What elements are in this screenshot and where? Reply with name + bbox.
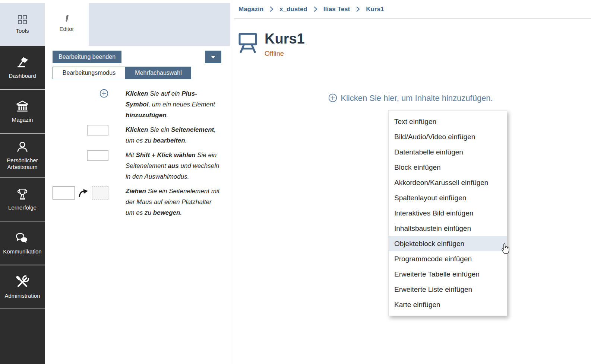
menu-item-spaltenlayout-einfügen[interactable]: Spaltenlayout einfügen: [389, 190, 507, 205]
instruction-text: Klicken Sie ein Seitenelement, um es zu …: [126, 124, 221, 146]
breadcrumb-link-kurs1[interactable]: Kurs1: [366, 6, 384, 13]
sidebar-filler: [0, 309, 45, 364]
app-root: Tools Dashboard Magazin Persönlicher Arb…: [0, 0, 591, 364]
instruction-row: Klicken Sie ein Seitenelement, um es zu …: [53, 124, 221, 146]
drop-placeholder-box: [92, 186, 108, 199]
editor-slate-panel: Editor Bearbeitung beenden Bearbeitungsm…: [45, 0, 230, 364]
breadcrumb-link-x-dusted[interactable]: x_dusted: [279, 6, 307, 13]
toggle-editing-mode[interactable]: Bearbeitungsmodus: [53, 67, 126, 79]
menu-item-interaktives-bild-einfügen[interactable]: Interaktives Bild einfügen: [389, 205, 507, 221]
breadcrumb: Magazinx_dustedIlias TestKurs1: [234, 0, 591, 19]
grid-icon: [17, 15, 28, 25]
plus-circle-icon: [99, 89, 108, 98]
menu-item-block-einfügen[interactable]: Block einfügen: [389, 160, 507, 175]
sidebar-item-label: Lernerfolge: [8, 204, 37, 211]
editing-instructions: Klicken Sie auf ein Plus-Symbol, um ein …: [53, 88, 221, 218]
instruction-text: Mit Shift + Klick wählen Sie ein Seitene…: [126, 150, 221, 182]
editor-tab-label: Editor: [59, 26, 74, 32]
sidebar-item-label: Magazin: [12, 116, 33, 123]
menu-item-karte-einfügen[interactable]: Karte einfügen: [389, 297, 507, 312]
sidebar-item-label: Administration: [4, 293, 40, 299]
chevron-right-icon: [356, 6, 360, 12]
menu-item-text-einfügen[interactable]: Text einfügen: [389, 114, 507, 129]
insert-content-menu-list: Text einfügenBild/Audio/Video einfügenDa…: [389, 114, 507, 312]
page-element-box: [87, 150, 108, 161]
sidebar-items: Dashboard Magazin Persönlicher Arbeitsra…: [0, 46, 45, 364]
breadcrumb-link-ilias-test[interactable]: Ilias Test: [323, 6, 350, 13]
menu-item-objekteblock-einfügen[interactable]: Objekteblock einfügen: [389, 236, 507, 251]
chevron-right-icon: [269, 6, 274, 12]
plus-circle-icon: [328, 93, 337, 102]
sidebar-item-label: Kommunikation: [3, 248, 41, 255]
sidebar-item-magazin[interactable]: Magazin: [0, 90, 45, 134]
instruction-text: Ziehen Sie ein Seitenelement mit der Mau…: [126, 186, 221, 218]
menu-item-erweiterte-tabelle-einfügen[interactable]: Erweiterte Tabelle einfügen: [389, 266, 507, 282]
sidebar-item-lernerfolge[interactable]: Lernerfolge: [0, 178, 45, 221]
lamp-icon: [15, 55, 29, 70]
chevron-right-icon: [313, 6, 317, 12]
editor-actions-dropdown-button[interactable]: [205, 51, 221, 63]
instruction-row: Ziehen Sie ein Seitenelement mit der Mau…: [53, 186, 221, 218]
sidebar-item-kommunikation[interactable]: Kommunikation: [0, 221, 45, 265]
chat-icon: [15, 231, 30, 245]
main-content: Magazinx_dustedIlias TestKurs1 Kurs1 Off…: [230, 0, 591, 364]
finish-editing-button[interactable]: Bearbeitung beenden: [53, 51, 121, 63]
page-title: Kurs1: [265, 31, 305, 47]
status-badge: Offline: [265, 50, 305, 58]
main-icon-sidebar: Tools Dashboard Magazin Persönlicher Arb…: [0, 0, 45, 364]
tools-label: Tools: [16, 28, 29, 34]
editor-tab-bar: Editor: [45, 0, 230, 46]
wrench-screwdriver-icon: [15, 275, 30, 290]
sidebar-item-administration[interactable]: Administration: [0, 265, 45, 309]
trophy-icon: [15, 187, 29, 201]
caret-down-icon: [211, 55, 216, 59]
tab-bar-filler: [89, 3, 230, 46]
person-icon: [15, 140, 29, 154]
sidebar-item-persönlicher-arbeitsraum[interactable]: Persönlicher Arbeitsraum: [0, 134, 45, 178]
toggle-multi-select[interactable]: Mehrfachauswahl: [126, 67, 191, 79]
sidebar-item-label: Dashboard: [9, 73, 36, 79]
insert-content-menu: Text einfügenBild/Audio/Video einfügenDa…: [388, 110, 507, 316]
menu-item-inhaltsbaustein-einfügen[interactable]: Inhaltsbaustein einfügen: [389, 221, 507, 236]
page-header: Kurs1 Offline: [230, 19, 591, 58]
bank-icon: [15, 99, 29, 114]
instruction-row: Mit Shift + Klick wählen Sie ein Seitene…: [53, 150, 221, 182]
sidebar-item-label: Persönlicher Arbeitsraum: [1, 157, 43, 170]
course-board-icon: [238, 32, 258, 54]
menu-item-programmcode-einfügen[interactable]: Programmcode einfügen: [389, 251, 507, 266]
menu-item-bild-audio-video-einfügen[interactable]: Bild/Audio/Video einfügen: [389, 129, 507, 144]
pencil-icon: [64, 14, 70, 23]
instruction-text: Klicken Sie auf ein Plus-Symbol, um ein …: [126, 88, 221, 121]
tab-editor[interactable]: Editor: [45, 0, 89, 46]
sidebar-item-dashboard[interactable]: Dashboard: [0, 46, 45, 90]
menu-item-datentabelle-einfügen[interactable]: Datentabelle einfügen: [389, 144, 507, 160]
add-content-link[interactable]: Klicken Sie hier, um Inhalte hinzuzufüge…: [230, 93, 591, 103]
add-content-label: Klicken Sie hier, um Inhalte hinzuzufüge…: [341, 93, 493, 103]
page-element-box: [87, 125, 108, 135]
drag-arrow-icon: [79, 189, 88, 197]
mode-toggle-group: Bearbeitungsmodus Mehrfachauswahl: [53, 67, 221, 79]
breadcrumb-link-magazin[interactable]: Magazin: [238, 6, 263, 13]
menu-item-akkordeon-karussell-einfügen[interactable]: Akkordeon/Karussell einfügen: [389, 175, 507, 190]
editor-panel-body: Bearbeitung beenden Bearbeitungsmodus Me…: [45, 46, 230, 218]
sidebar-item-tools[interactable]: Tools: [0, 3, 45, 46]
instruction-row: Klicken Sie auf ein Plus-Symbol, um ein …: [53, 88, 221, 121]
page-element-box: [53, 186, 75, 199]
menu-item-erweiterte-liste-einfügen[interactable]: Erweiterte Liste einfügen: [389, 282, 507, 297]
